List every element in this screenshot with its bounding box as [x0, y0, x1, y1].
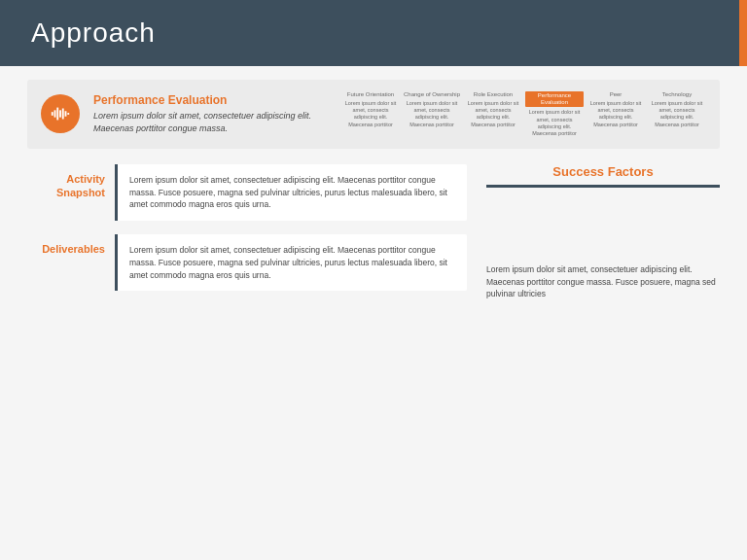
step-5: Peer Lorem ipsum dolor sit amet, consect…	[587, 91, 645, 128]
performance-evaluation-banner: Performance Evaluation Lorem ipsum dolor…	[27, 80, 720, 149]
step-2-label: Change of Ownership	[403, 91, 461, 98]
step-4-body: Lorem ipsum dolor sit amet, consects adi…	[525, 109, 584, 137]
steps-row: Future Orientation Lorem ipsum dolor sit…	[341, 91, 706, 137]
step-1-body: Lorem ipsum dolor sit amet, consects adi…	[341, 100, 400, 128]
deliverables-row: Deliverables Lorem ipsum dolor sit amet,…	[27, 234, 467, 291]
step-2: Change of Ownership Lorem ipsum dolor si…	[403, 91, 461, 128]
success-spacer	[486, 197, 720, 256]
step-4-label: Performance Evaluation	[525, 91, 584, 107]
performance-title: Performance Evaluation	[93, 93, 328, 107]
performance-desc: Lorem ipsum dolor sit amet, consectetuer…	[93, 110, 328, 134]
activity-snapshot-row: ActivitySnapshot Lorem ipsum dolor sit a…	[27, 164, 467, 221]
activity-content-box: Lorem ipsum dolor sit amet, consectetuer…	[115, 164, 467, 221]
svg-rect-0	[52, 113, 53, 117]
activity-label: ActivitySnapshot	[56, 172, 105, 200]
waveform-icon	[50, 103, 71, 124]
step-3-label: Role Execution	[464, 91, 522, 98]
step-5-body: Lorem ipsum dolor sit amet, consects adi…	[587, 100, 645, 128]
performance-text: Performance Evaluation Lorem ipsum dolor…	[93, 93, 328, 134]
performance-icon	[41, 94, 80, 133]
step-6-label: Technology	[648, 91, 706, 98]
svg-rect-5	[65, 112, 67, 118]
deliverables-label: Deliverables	[42, 242, 105, 256]
page-title: Approach	[31, 18, 156, 49]
deliverables-text: Lorem ipsum dolor sit amet, consectetuer…	[129, 244, 455, 281]
activity-label-col: ActivitySnapshot	[27, 164, 115, 221]
svg-rect-6	[67, 114, 69, 116]
svg-rect-1	[54, 111, 56, 118]
success-factors-text: Lorem ipsum dolor sit amet, consectetuer…	[486, 263, 720, 300]
deliverables-content-box: Lorem ipsum dolor sit amet, consectetuer…	[115, 234, 467, 291]
step-1-label: Future Orientation	[341, 91, 400, 98]
main-columns: ActivitySnapshot Lorem ipsum dolor sit a…	[27, 164, 720, 300]
success-factors-divider	[486, 185, 720, 188]
success-factors-panel: Success Factors Lorem ipsum dolor sit am…	[486, 164, 720, 300]
svg-rect-2	[56, 108, 58, 121]
header: Approach	[0, 0, 747, 66]
step-1: Future Orientation Lorem ipsum dolor sit…	[341, 91, 400, 128]
svg-rect-4	[62, 109, 64, 120]
step-3-body: Lorem ipsum dolor sit amet, consects adi…	[464, 100, 522, 128]
content-area: Performance Evaluation Lorem ipsum dolor…	[0, 66, 747, 314]
success-factors-title: Success Factors	[486, 164, 720, 179]
right-column: Success Factors Lorem ipsum dolor sit am…	[486, 164, 720, 300]
slide: Approach Performance Evaluation Lorem ip…	[0, 0, 747, 560]
activity-text: Lorem ipsum dolor sit amet, consectetuer…	[129, 174, 455, 211]
step-5-label: Peer	[587, 91, 645, 98]
step-4-active: Performance Evaluation Lorem ipsum dolor…	[525, 91, 584, 137]
step-6-body: Lorem ipsum dolor sit amet, consects adi…	[648, 100, 706, 128]
step-2-body: Lorem ipsum dolor sit amet, consects adi…	[403, 100, 461, 128]
svg-rect-3	[59, 111, 61, 118]
step-3: Role Execution Lorem ipsum dolor sit ame…	[464, 91, 522, 128]
left-column: ActivitySnapshot Lorem ipsum dolor sit a…	[27, 164, 467, 300]
deliverables-label-col: Deliverables	[27, 234, 115, 291]
step-6: Technology Lorem ipsum dolor sit amet, c…	[648, 91, 706, 128]
